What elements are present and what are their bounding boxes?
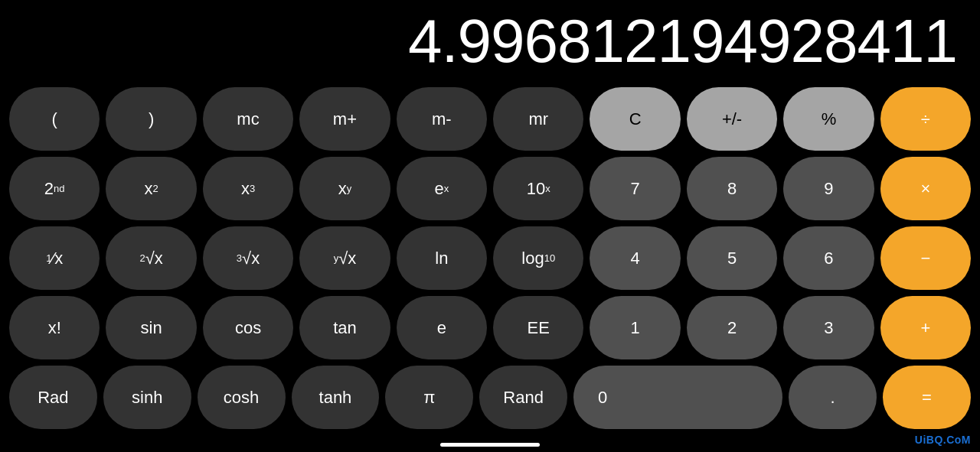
percent-button[interactable]: % [783,87,874,151]
m-minus-button[interactable]: m- [397,87,487,151]
six-button[interactable]: 6 [783,226,874,290]
x-power-y-button[interactable]: xy [299,157,390,220]
seven-button[interactable]: 7 [590,157,680,220]
tan-button[interactable]: tan [299,296,390,359]
log10-button[interactable]: log10 [493,226,583,290]
x-cubed-button[interactable]: x3 [203,157,293,220]
eight-button[interactable]: 8 [687,157,777,220]
home-indicator [0,437,980,452]
display: 4.996812194928411 [0,0,980,84]
equals-button[interactable]: = [883,366,971,429]
ee-button[interactable]: EE [493,296,583,359]
ln-button[interactable]: ln [397,226,487,290]
rad-button[interactable]: Rad [9,366,97,429]
close-paren-button[interactable]: ) [106,87,196,151]
zero-button[interactable]: 0 [573,366,782,429]
sqrty-button[interactable]: y√x [299,226,390,290]
ten-power-x-button[interactable]: 10x [493,157,583,220]
row-2: 1⁄x2√x3√xy√xlnlog10456− [9,226,971,290]
two-button[interactable]: 2 [687,296,777,359]
row-1: 2ndx2x3xyex10x789× [9,157,971,220]
rand-button[interactable]: Rand [479,366,567,429]
clear-button[interactable]: C [590,87,680,151]
display-value: 4.996812194928411 [408,6,957,76]
x-squared-button[interactable]: x2 [106,157,196,220]
sin-button[interactable]: sin [106,296,196,359]
divide-button[interactable]: ÷ [880,87,971,151]
factorial-button[interactable]: x! [9,296,100,359]
open-paren-button[interactable]: ( [9,87,100,151]
second-button[interactable]: 2nd [9,157,100,220]
cos-button[interactable]: cos [203,296,293,359]
multiply-button[interactable]: × [880,157,971,220]
e-power-x-button[interactable]: ex [397,157,487,220]
row-4: RadsinhcoshtanhπRand0.= [9,366,971,429]
plus-minus-button[interactable]: +/- [687,87,777,151]
euler-button[interactable]: e [397,296,487,359]
m-plus-button[interactable]: m+ [299,87,390,151]
mc-button[interactable]: mc [203,87,293,151]
reciprocal-button[interactable]: 1⁄x [9,226,100,290]
mr-button[interactable]: mr [493,87,583,151]
watermark: UiBQ.CoM [915,434,971,446]
decimal-button[interactable]: . [789,366,877,429]
subtract-button[interactable]: − [880,226,971,290]
add-button[interactable]: + [880,296,971,359]
sinh-button[interactable]: sinh [103,366,191,429]
home-bar [440,443,540,447]
three-button[interactable]: 3 [783,296,874,359]
row-3: x!sincostaneEE123+ [9,296,971,359]
four-button[interactable]: 4 [590,226,680,290]
sqrt3-button[interactable]: 3√x [203,226,293,290]
calculator-grid: ()mcm+m-mrC+/-%÷2ndx2x3xyex10x789×1⁄x2√x… [0,84,980,437]
sqrt2-button[interactable]: 2√x [106,226,196,290]
tanh-button[interactable]: tanh [292,366,380,429]
one-button[interactable]: 1 [590,296,680,359]
row-0: ()mcm+m-mrC+/-%÷ [9,87,971,151]
cosh-button[interactable]: cosh [198,366,286,429]
five-button[interactable]: 5 [687,226,777,290]
nine-button[interactable]: 9 [783,157,874,220]
pi-button[interactable]: π [385,366,473,429]
